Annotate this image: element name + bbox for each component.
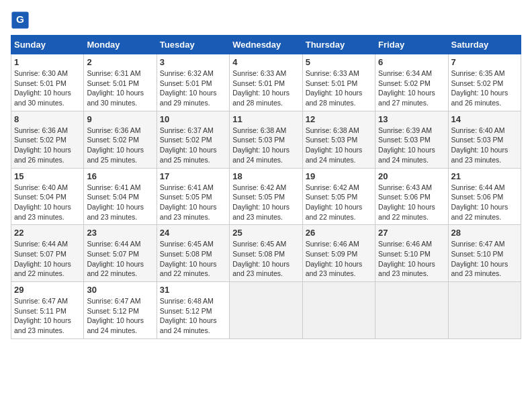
weekday-header: Friday: [375, 36, 448, 54]
logo: G: [11, 11, 32, 30]
day-number: 17: [160, 171, 226, 181]
day-info: Sunrise: 6:30 AMSunset: 5:01 PMDaylight:…: [14, 69, 71, 107]
calendar-cell: 19 Sunrise: 6:42 AMSunset: 5:05 PMDaylig…: [302, 168, 375, 225]
day-number: 11: [232, 114, 299, 124]
day-info: Sunrise: 6:44 AMSunset: 5:07 PMDaylight:…: [14, 240, 71, 277]
day-number: 6: [378, 57, 445, 67]
calendar-cell: 27 Sunrise: 6:46 AMSunset: 5:10 PMDaylig…: [375, 225, 448, 282]
weekday-header: Monday: [84, 36, 157, 54]
calendar-cell: 5 Sunrise: 6:33 AMSunset: 5:01 PMDayligh…: [302, 54, 375, 111]
calendar-cell: 2 Sunrise: 6:31 AMSunset: 5:01 PMDayligh…: [84, 54, 157, 111]
calendar-cell: 21 Sunrise: 6:44 AMSunset: 5:06 PMDaylig…: [448, 168, 521, 225]
day-info: Sunrise: 6:34 AMSunset: 5:02 PMDaylight:…: [378, 69, 435, 107]
day-info: Sunrise: 6:43 AMSunset: 5:06 PMDaylight:…: [378, 183, 435, 221]
day-info: Sunrise: 6:46 AMSunset: 5:10 PMDaylight:…: [378, 240, 435, 277]
calendar-cell: 11 Sunrise: 6:38 AMSunset: 5:03 PMDaylig…: [230, 111, 302, 168]
day-info: Sunrise: 6:36 AMSunset: 5:02 PMDaylight:…: [14, 126, 71, 164]
day-number: 30: [87, 285, 153, 295]
day-number: 24: [160, 228, 226, 238]
day-number: 16: [87, 171, 153, 181]
day-info: Sunrise: 6:47 AMSunset: 5:11 PMDaylight:…: [14, 297, 71, 334]
weekday-header: Tuesday: [157, 36, 229, 54]
day-number: 4: [232, 57, 299, 67]
calendar-week: 8 Sunrise: 6:36 AMSunset: 5:02 PMDayligh…: [11, 111, 521, 168]
day-number: 2: [87, 57, 153, 67]
day-info: Sunrise: 6:32 AMSunset: 5:01 PMDaylight:…: [160, 69, 217, 107]
day-info: Sunrise: 6:33 AMSunset: 5:01 PMDaylight:…: [232, 69, 290, 107]
day-number: 7: [451, 57, 518, 67]
day-info: Sunrise: 6:45 AMSunset: 5:08 PMDaylight:…: [160, 240, 217, 277]
calendar-week: 29 Sunrise: 6:47 AMSunset: 5:11 PMDaylig…: [11, 282, 521, 339]
day-info: Sunrise: 6:46 AMSunset: 5:09 PMDaylight:…: [306, 240, 363, 277]
calendar-cell: 24 Sunrise: 6:45 AMSunset: 5:08 PMDaylig…: [157, 225, 229, 282]
day-info: Sunrise: 6:38 AMSunset: 5:03 PMDaylight:…: [232, 126, 290, 164]
day-number: 27: [378, 228, 445, 238]
day-number: 19: [306, 171, 372, 181]
day-info: Sunrise: 6:44 AMSunset: 5:06 PMDaylight:…: [451, 183, 508, 221]
day-info: Sunrise: 6:41 AMSunset: 5:04 PMDaylight:…: [87, 183, 144, 221]
calendar-cell: 18 Sunrise: 6:42 AMSunset: 5:05 PMDaylig…: [230, 168, 302, 225]
day-number: 25: [232, 228, 299, 238]
day-info: Sunrise: 6:42 AMSunset: 5:05 PMDaylight:…: [232, 183, 290, 221]
calendar-cell: [302, 282, 375, 339]
weekday-header: Wednesday: [230, 36, 302, 54]
day-info: Sunrise: 6:48 AMSunset: 5:12 PMDaylight:…: [160, 297, 217, 334]
calendar-cell: 30 Sunrise: 6:47 AMSunset: 5:12 PMDaylig…: [84, 282, 157, 339]
calendar-cell: [448, 282, 521, 339]
day-info: Sunrise: 6:45 AMSunset: 5:08 PMDaylight:…: [232, 240, 290, 277]
day-number: 14: [451, 114, 518, 124]
calendar-cell: 20 Sunrise: 6:43 AMSunset: 5:06 PMDaylig…: [375, 168, 448, 225]
day-info: Sunrise: 6:35 AMSunset: 5:02 PMDaylight:…: [451, 69, 508, 107]
day-number: 13: [378, 114, 445, 124]
day-info: Sunrise: 6:38 AMSunset: 5:03 PMDaylight:…: [306, 126, 363, 164]
day-number: 8: [14, 114, 81, 124]
day-number: 9: [87, 114, 153, 124]
day-number: 10: [160, 114, 226, 124]
calendar-cell: 29 Sunrise: 6:47 AMSunset: 5:11 PMDaylig…: [11, 282, 84, 339]
page-header: G: [11, 11, 521, 30]
calendar-cell: 4 Sunrise: 6:33 AMSunset: 5:01 PMDayligh…: [230, 54, 302, 111]
day-info: Sunrise: 6:47 AMSunset: 5:10 PMDaylight:…: [451, 240, 508, 277]
calendar-cell: 16 Sunrise: 6:41 AMSunset: 5:04 PMDaylig…: [84, 168, 157, 225]
day-info: Sunrise: 6:47 AMSunset: 5:12 PMDaylight:…: [87, 297, 144, 334]
day-number: 5: [306, 57, 372, 67]
calendar-cell: [230, 282, 302, 339]
day-info: Sunrise: 6:40 AMSunset: 5:04 PMDaylight:…: [14, 183, 71, 221]
calendar-cell: 7 Sunrise: 6:35 AMSunset: 5:02 PMDayligh…: [448, 54, 521, 111]
day-number: 15: [14, 171, 81, 181]
calendar-cell: 22 Sunrise: 6:44 AMSunset: 5:07 PMDaylig…: [11, 225, 84, 282]
calendar-cell: 8 Sunrise: 6:36 AMSunset: 5:02 PMDayligh…: [11, 111, 84, 168]
calendar-week: 22 Sunrise: 6:44 AMSunset: 5:07 PMDaylig…: [11, 225, 521, 282]
calendar-week: 1 Sunrise: 6:30 AMSunset: 5:01 PMDayligh…: [11, 54, 521, 111]
calendar-table: SundayMondayTuesdayWednesdayThursdayFrid…: [11, 35, 521, 339]
weekday-header: Sunday: [11, 36, 84, 54]
weekday-header: Saturday: [448, 36, 521, 54]
day-number: 23: [87, 228, 153, 238]
day-number: 12: [306, 114, 372, 124]
day-info: Sunrise: 6:33 AMSunset: 5:01 PMDaylight:…: [306, 69, 363, 107]
calendar-cell: 25 Sunrise: 6:45 AMSunset: 5:08 PMDaylig…: [230, 225, 302, 282]
svg-text:G: G: [16, 13, 24, 25]
day-info: Sunrise: 6:37 AMSunset: 5:02 PMDaylight:…: [160, 126, 217, 164]
day-number: 29: [14, 285, 81, 295]
logo-icon: G: [11, 11, 30, 30]
day-number: 20: [378, 171, 445, 181]
calendar-cell: 23 Sunrise: 6:44 AMSunset: 5:07 PMDaylig…: [84, 225, 157, 282]
day-number: 28: [451, 228, 518, 238]
calendar-cell: 14 Sunrise: 6:40 AMSunset: 5:03 PMDaylig…: [448, 111, 521, 168]
calendar-cell: 17 Sunrise: 6:41 AMSunset: 5:05 PMDaylig…: [157, 168, 229, 225]
calendar-cell: 28 Sunrise: 6:47 AMSunset: 5:10 PMDaylig…: [448, 225, 521, 282]
calendar-cell: 12 Sunrise: 6:38 AMSunset: 5:03 PMDaylig…: [302, 111, 375, 168]
day-info: Sunrise: 6:36 AMSunset: 5:02 PMDaylight:…: [87, 126, 144, 164]
calendar-cell: 6 Sunrise: 6:34 AMSunset: 5:02 PMDayligh…: [375, 54, 448, 111]
calendar-cell: 31 Sunrise: 6:48 AMSunset: 5:12 PMDaylig…: [157, 282, 229, 339]
day-info: Sunrise: 6:41 AMSunset: 5:05 PMDaylight:…: [160, 183, 217, 221]
calendar-cell: [375, 282, 448, 339]
calendar-cell: 10 Sunrise: 6:37 AMSunset: 5:02 PMDaylig…: [157, 111, 229, 168]
calendar-header: SundayMondayTuesdayWednesdayThursdayFrid…: [11, 36, 521, 54]
calendar-week: 15 Sunrise: 6:40 AMSunset: 5:04 PMDaylig…: [11, 168, 521, 225]
day-info: Sunrise: 6:39 AMSunset: 5:03 PMDaylight:…: [378, 126, 435, 164]
day-info: Sunrise: 6:44 AMSunset: 5:07 PMDaylight:…: [87, 240, 144, 277]
day-info: Sunrise: 6:31 AMSunset: 5:01 PMDaylight:…: [87, 69, 144, 107]
day-number: 3: [160, 57, 226, 67]
